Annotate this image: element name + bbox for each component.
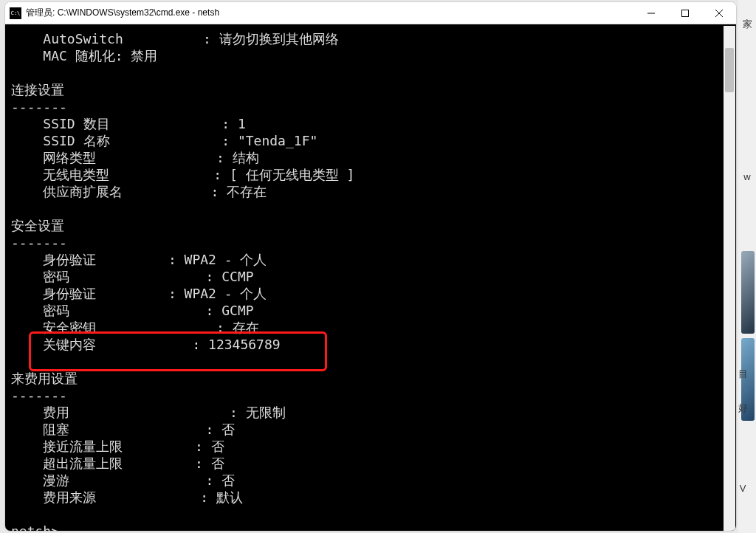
prompt: netsh> — [11, 523, 59, 531]
auth-value: WPA2 - 个人 — [185, 252, 267, 267]
vendor-ext-value: 不存在 — [227, 184, 267, 199]
net-type-label: 网络类型 — [43, 150, 96, 165]
maximize-button[interactable] — [668, 2, 702, 24]
over-label: 超出流量上限 — [43, 455, 123, 471]
ssid-name-label: SSID 名称 — [43, 133, 109, 148]
window-controls — [634, 2, 736, 24]
radio-type-value: [ 任何无线电类型 ] — [230, 167, 354, 182]
mac-random-label: MAC 随机化 — [43, 48, 114, 63]
vertical-scrollbar[interactable] — [724, 26, 735, 531]
auth-label: 身份验证 — [43, 252, 96, 267]
cipher2-value: GCMP — [221, 303, 253, 318]
ssid-count-label: SSID 数目 — [43, 116, 109, 131]
auth2-label: 身份验证 — [43, 286, 96, 301]
auth2-value: WPA2 - 个人 — [185, 286, 267, 301]
radio-type-label: 无线电类型 — [43, 167, 109, 182]
cipher2-label: 密码 — [43, 303, 69, 318]
cipher-value: CCMP — [221, 269, 253, 284]
cost-prefix: 来 — [11, 371, 24, 386]
src-value: 默认 — [216, 489, 243, 505]
roam-label: 漫游 — [43, 472, 69, 488]
svg-rect-1 — [682, 10, 689, 16]
seckey-label: 安全密钥 — [43, 320, 96, 335]
conn-dashes: ------- — [11, 99, 67, 114]
ssid-name-value: "Tenda_1F" — [238, 133, 317, 148]
minimize-button[interactable] — [634, 2, 668, 24]
roam-value: 否 — [221, 472, 235, 488]
keycontent-value: 123456789 — [208, 337, 281, 352]
fee-label: 费用 — [43, 405, 69, 420]
keycontent-label: 关键内容 — [43, 337, 96, 352]
congest-label: 阻塞 — [43, 422, 69, 437]
autoswitch-value: 请勿切换到其他网络 — [219, 31, 339, 47]
vendor-ext-label: 供应商扩展名 — [43, 184, 123, 199]
near-value: 否 — [211, 439, 224, 454]
console-area[interactable]: AutoSwitch : 请勿切换到其他网络 MAC 随机化: 禁用 连接设置 … — [5, 24, 736, 531]
cipher-label: 密码 — [43, 269, 69, 284]
sec-header: 安全设置 — [11, 218, 64, 233]
sec-dashes: ------- — [11, 235, 67, 250]
cmd-icon — [10, 7, 21, 19]
minimize-icon — [647, 10, 655, 17]
background-sidebar: 家 w 目 好 V — [738, 0, 756, 533]
scroll-thumb[interactable] — [725, 48, 734, 92]
bg-char: w — [738, 171, 756, 182]
cost-header: 费用设置 — [24, 371, 78, 386]
cost-dashes: ------- — [11, 388, 67, 403]
bg-thumbnail — [741, 251, 755, 334]
console-output: AutoSwitch : 请勿切换到其他网络 MAC 随机化: 禁用 连接设置 … — [11, 30, 736, 531]
cmd-window: 管理员: C:\WINDOWS\system32\cmd.exe - netsh… — [4, 1, 737, 532]
titlebar[interactable]: 管理员: C:\WINDOWS\system32\cmd.exe - netsh — [5, 2, 736, 24]
near-label: 接近流量上限 — [43, 439, 123, 454]
window-title: 管理员: C:\WINDOWS\system32\cmd.exe - netsh — [26, 7, 634, 19]
ssid-count-value: 1 — [238, 116, 246, 131]
fee-value: 无限制 — [246, 405, 286, 420]
maximize-icon — [681, 10, 689, 17]
conn-header: 连接设置 — [11, 82, 64, 97]
congest-value: 否 — [221, 422, 235, 437]
over-value: 否 — [211, 455, 224, 471]
src-label: 费用来源 — [43, 489, 96, 505]
autoswitch-label: AutoSwitch — [43, 31, 123, 47]
seckey-value: 存在 — [233, 320, 259, 335]
close-icon — [715, 10, 723, 17]
close-button[interactable] — [702, 2, 736, 24]
net-type-value: 结构 — [233, 150, 259, 165]
mac-random-value: 禁用 — [131, 48, 157, 63]
bg-char: 家 — [738, 18, 756, 31]
